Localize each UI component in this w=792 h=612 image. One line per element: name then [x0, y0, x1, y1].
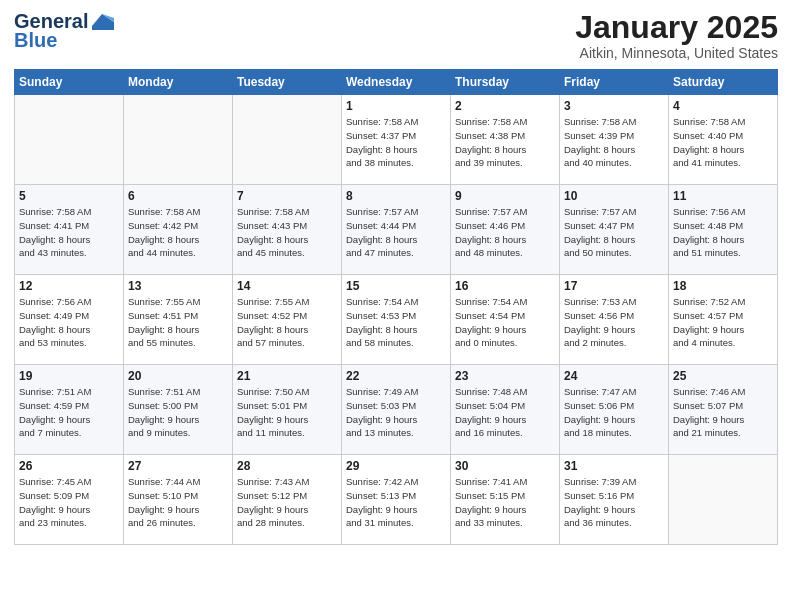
calendar-cell: 30Sunrise: 7:41 AMSunset: 5:15 PMDayligh…: [451, 455, 560, 545]
day-info: Sunrise: 7:50 AM: [237, 385, 337, 399]
day-info: Sunset: 5:07 PM: [673, 399, 773, 413]
day-info: Daylight: 9 hours: [346, 503, 446, 517]
day-info: Sunset: 5:09 PM: [19, 489, 119, 503]
calendar-cell: 31Sunrise: 7:39 AMSunset: 5:16 PMDayligh…: [560, 455, 669, 545]
day-number: 1: [346, 99, 446, 113]
day-number: 7: [237, 189, 337, 203]
day-info: Sunset: 4:53 PM: [346, 309, 446, 323]
day-info: Sunset: 4:54 PM: [455, 309, 555, 323]
calendar-body: 1Sunrise: 7:58 AMSunset: 4:37 PMDaylight…: [15, 95, 778, 545]
calendar-title: January 2025: [575, 10, 778, 45]
day-info: Sunset: 5:01 PM: [237, 399, 337, 413]
calendar-cell: 9Sunrise: 7:57 AMSunset: 4:46 PMDaylight…: [451, 185, 560, 275]
day-info: Daylight: 8 hours: [346, 233, 446, 247]
day-number: 19: [19, 369, 119, 383]
day-info: Sunset: 5:12 PM: [237, 489, 337, 503]
day-info: Daylight: 9 hours: [346, 413, 446, 427]
day-info: Sunrise: 7:49 AM: [346, 385, 446, 399]
calendar-table: Sunday Monday Tuesday Wednesday Thursday…: [14, 69, 778, 545]
calendar-cell: 19Sunrise: 7:51 AMSunset: 4:59 PMDayligh…: [15, 365, 124, 455]
day-info: Sunset: 4:40 PM: [673, 129, 773, 143]
col-saturday: Saturday: [669, 70, 778, 95]
day-info: and 9 minutes.: [128, 426, 228, 440]
day-number: 9: [455, 189, 555, 203]
title-section: January 2025 Aitkin, Minnesota, United S…: [575, 10, 778, 61]
day-info: and 33 minutes.: [455, 516, 555, 530]
day-info: and 39 minutes.: [455, 156, 555, 170]
day-info: Sunset: 5:16 PM: [564, 489, 664, 503]
day-info: Daylight: 9 hours: [237, 413, 337, 427]
col-wednesday: Wednesday: [342, 70, 451, 95]
day-info: Sunrise: 7:57 AM: [455, 205, 555, 219]
day-info: Sunset: 4:47 PM: [564, 219, 664, 233]
day-info: and 45 minutes.: [237, 246, 337, 260]
day-number: 14: [237, 279, 337, 293]
day-info: Daylight: 9 hours: [128, 503, 228, 517]
day-number: 18: [673, 279, 773, 293]
day-info: Daylight: 9 hours: [455, 503, 555, 517]
day-number: 12: [19, 279, 119, 293]
logo-text-blue: Blue: [14, 29, 57, 52]
day-info: Daylight: 9 hours: [19, 503, 119, 517]
day-number: 25: [673, 369, 773, 383]
calendar-cell: 10Sunrise: 7:57 AMSunset: 4:47 PMDayligh…: [560, 185, 669, 275]
day-info: Sunset: 4:57 PM: [673, 309, 773, 323]
day-info: Sunset: 4:39 PM: [564, 129, 664, 143]
day-info: Sunrise: 7:58 AM: [346, 115, 446, 129]
day-info: and 21 minutes.: [673, 426, 773, 440]
day-info: and 41 minutes.: [673, 156, 773, 170]
day-info: and 55 minutes.: [128, 336, 228, 350]
day-number: 23: [455, 369, 555, 383]
day-info: Sunrise: 7:52 AM: [673, 295, 773, 309]
calendar-cell: 8Sunrise: 7:57 AMSunset: 4:44 PMDaylight…: [342, 185, 451, 275]
day-number: 21: [237, 369, 337, 383]
day-number: 29: [346, 459, 446, 473]
day-info: and 7 minutes.: [19, 426, 119, 440]
day-number: 27: [128, 459, 228, 473]
day-number: 13: [128, 279, 228, 293]
day-info: Sunset: 4:43 PM: [237, 219, 337, 233]
day-number: 11: [673, 189, 773, 203]
calendar-cell: 16Sunrise: 7:54 AMSunset: 4:54 PMDayligh…: [451, 275, 560, 365]
calendar-header: Sunday Monday Tuesday Wednesday Thursday…: [15, 70, 778, 95]
day-info: Daylight: 8 hours: [128, 233, 228, 247]
day-info: Sunset: 4:49 PM: [19, 309, 119, 323]
calendar-cell: 21Sunrise: 7:50 AMSunset: 5:01 PMDayligh…: [233, 365, 342, 455]
day-info: Daylight: 8 hours: [455, 233, 555, 247]
day-number: 2: [455, 99, 555, 113]
day-info: Daylight: 8 hours: [564, 233, 664, 247]
calendar-week-2: 5Sunrise: 7:58 AMSunset: 4:41 PMDaylight…: [15, 185, 778, 275]
calendar-cell: [124, 95, 233, 185]
day-info: and 38 minutes.: [346, 156, 446, 170]
day-info: Sunrise: 7:46 AM: [673, 385, 773, 399]
day-info: Sunrise: 7:55 AM: [128, 295, 228, 309]
day-number: 10: [564, 189, 664, 203]
day-info: and 2 minutes.: [564, 336, 664, 350]
calendar-cell: 15Sunrise: 7:54 AMSunset: 4:53 PMDayligh…: [342, 275, 451, 365]
day-info: Sunrise: 7:41 AM: [455, 475, 555, 489]
day-info: and 53 minutes.: [19, 336, 119, 350]
day-number: 6: [128, 189, 228, 203]
calendar-cell: 2Sunrise: 7:58 AMSunset: 4:38 PMDaylight…: [451, 95, 560, 185]
day-info: and 18 minutes.: [564, 426, 664, 440]
day-info: Sunset: 5:06 PM: [564, 399, 664, 413]
day-number: 30: [455, 459, 555, 473]
calendar-cell: 20Sunrise: 7:51 AMSunset: 5:00 PMDayligh…: [124, 365, 233, 455]
day-info: and 26 minutes.: [128, 516, 228, 530]
day-info: Daylight: 8 hours: [237, 233, 337, 247]
day-number: 15: [346, 279, 446, 293]
day-info: Daylight: 9 hours: [237, 503, 337, 517]
calendar-cell: 28Sunrise: 7:43 AMSunset: 5:12 PMDayligh…: [233, 455, 342, 545]
calendar-cell: 11Sunrise: 7:56 AMSunset: 4:48 PMDayligh…: [669, 185, 778, 275]
day-info: Daylight: 9 hours: [19, 413, 119, 427]
day-info: Sunrise: 7:47 AM: [564, 385, 664, 399]
day-info: Daylight: 9 hours: [673, 413, 773, 427]
day-info: Daylight: 9 hours: [564, 413, 664, 427]
day-info: Sunrise: 7:54 AM: [455, 295, 555, 309]
day-info: and 58 minutes.: [346, 336, 446, 350]
day-info: Sunset: 4:56 PM: [564, 309, 664, 323]
day-number: 22: [346, 369, 446, 383]
day-number: 8: [346, 189, 446, 203]
day-info: and 47 minutes.: [346, 246, 446, 260]
day-info: Sunrise: 7:58 AM: [455, 115, 555, 129]
